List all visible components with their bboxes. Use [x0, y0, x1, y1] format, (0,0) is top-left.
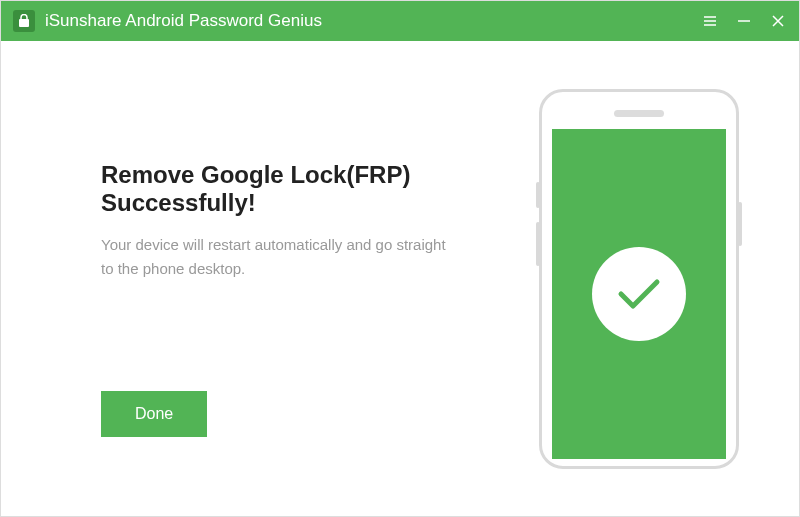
success-heading: Remove Google Lock(FRP) Successfully!: [101, 161, 479, 217]
phone-speaker: [614, 110, 664, 117]
phone-side-button: [738, 202, 742, 246]
message-panel: Remove Google Lock(FRP) Successfully! Yo…: [1, 41, 519, 516]
phone-side-button: [536, 222, 540, 266]
content-area: Remove Google Lock(FRP) Successfully! Yo…: [1, 41, 799, 516]
done-button[interactable]: Done: [101, 391, 207, 437]
app-logo-icon: [13, 10, 35, 32]
phone-screen: [552, 129, 726, 459]
app-title: iSunshare Android Password Genius: [45, 11, 701, 31]
titlebar: iSunshare Android Password Genius: [1, 1, 799, 41]
phone-side-button: [536, 182, 540, 208]
phone-illustration: [539, 89, 739, 469]
success-subtext: Your device will restart automatically a…: [101, 233, 461, 281]
window-controls: [701, 12, 787, 30]
menu-icon[interactable]: [701, 12, 719, 30]
svg-rect-0: [19, 19, 29, 27]
minimize-icon[interactable]: [735, 12, 753, 30]
close-icon[interactable]: [769, 12, 787, 30]
illustration-panel: [519, 41, 799, 516]
checkmark-circle-icon: [592, 247, 686, 341]
